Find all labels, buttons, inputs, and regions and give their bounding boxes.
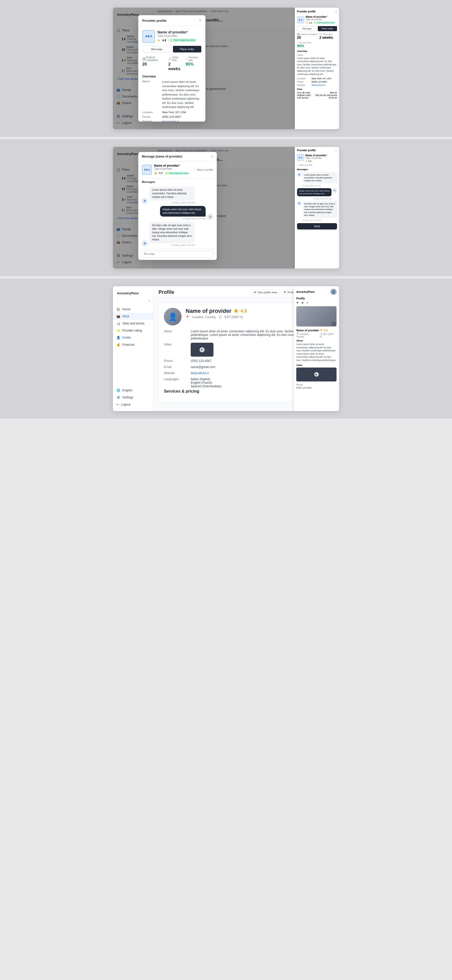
messages-modal: Message (name of provider) × 🔷 B:S Name … — [138, 152, 217, 260]
provider-type: Type of provider — [158, 34, 201, 37]
msg-modal-title: Message (name of provider) — [142, 155, 182, 158]
profile-nav-finances[interactable]: 💰 Finances — [113, 341, 153, 348]
messages-area: B Lorem ipsum dolor sit amet consectetur… — [138, 185, 217, 248]
side-peek-logo: B:S — [297, 16, 304, 23]
profile-side-peek: AncestryPass 👤 Profile 👁 ⚙ ↗ ✏ Name of p… — [293, 286, 339, 411]
profile-sidebar: AncestryPass « 🏠 Home 💼 Work 📊 Stats and… — [113, 286, 153, 411]
profile-nav-settings[interactable]: ⚙️ Settings — [113, 394, 153, 401]
email-value: name@gmail.com — [191, 365, 215, 369]
peek-video-thumb[interactable]: ▶ — [296, 368, 337, 382]
messages-overlay: Message (name of provider) × 🔷 B:S Name … — [113, 147, 339, 269]
profile-nav-work[interactable]: 💼 Work — [113, 313, 153, 320]
mini-msg-1: B Lorem ipsum dolor sit amet consectetur… — [297, 172, 337, 183]
provider-info: Name of provider* Type of provider ★ 4.9… — [158, 30, 201, 42]
profile-page-title: Profile — [159, 289, 174, 295]
overview-title: Overview — [142, 75, 201, 78]
about-text: Lorem ipsum dolor sit amet, consectetur … — [162, 80, 201, 109]
side-peek-close[interactable]: × — [335, 10, 337, 13]
side-peek-order-btn[interactable]: Place order — [318, 26, 337, 31]
side-peek-stats: 🔄 Projects completed 20 🕒 Order time 2 w… — [297, 33, 337, 48]
ordertime-stat: 🕒 Order time 2 weeks — [168, 56, 182, 71]
rating-number: 4.0 — [240, 309, 247, 314]
side-peek-actions: Message Place order — [297, 26, 337, 31]
provider-avatar-large: 👤 — [164, 308, 181, 326]
see-public-view-button[interactable]: 👁 See public view — [251, 290, 279, 295]
modal-header: Provider profile × — [138, 15, 205, 26]
star-icon-profile: ★ — [234, 308, 239, 314]
video-thumbnail[interactable]: ▶ — [191, 343, 213, 356]
provider-name: Name of provider* — [158, 30, 201, 34]
side-peek-msg-close[interactable]: × — [335, 149, 337, 153]
msg-bubble-sent-1: Integer amet sed nunc velit massa uma el… — [160, 206, 205, 216]
side-peek-provider-row: B:S Name of provider* Type of provider ★… — [297, 16, 337, 24]
profile-app-logo: AncestryPass — [113, 289, 153, 299]
phone-value: (555) 123-4567 — [191, 359, 212, 363]
location-row: Location New York, NY, USA — [142, 111, 201, 114]
message-input[interactable] — [142, 251, 213, 258]
provider-location: 📍 Location, Country 🕒 EDT (GMT-4) — [186, 315, 247, 319]
peek-play-btn[interactable]: ▶ — [314, 372, 319, 377]
message-2: U Integer amet sed nunc velit massa uma … — [142, 206, 213, 220]
msg-time-3: 03 May, 2024, 9:50 AM — [150, 244, 195, 247]
msg-close-button[interactable]: × — [211, 154, 213, 159]
mini-msg-3: B Sit etiam odio sit eget nunc enim a od… — [297, 201, 337, 218]
success-stat: ✓ Success rate 95% — [186, 56, 201, 71]
user-avatar-peek: 👤 — [331, 289, 337, 295]
message-3: B Sit etiam odio sit eget nunc enim a od… — [142, 222, 213, 247]
msg-bubble-received-2: Sit etiam odio sit eget nunc enim a odio… — [150, 222, 195, 243]
back-to-profile-link[interactable]: ← Back to profile — [194, 169, 213, 171]
fast-response-badge: ⚡ Fast response time — [168, 38, 196, 42]
phone-row: Phone (555) 123-4567 — [142, 115, 201, 118]
peek-avatar-image: ✏ — [296, 306, 337, 326]
success-value: 95% — [186, 62, 201, 67]
website-row: Website bbspratiche.it — [142, 120, 201, 122]
modal-body: 🔷 B:S Name of provider* Type of provider… — [138, 26, 205, 122]
languages-value: Italian (Native) English (Fluent) Spanis… — [191, 377, 221, 388]
msg-time-2: 03 May, 2024, 9:47 AM — [160, 217, 205, 220]
overview-section: Overview About Lorem ipsum dolor sit ame… — [142, 75, 201, 122]
provider-profile-modal: Provider profile × 🔷 B:S Name of provide — [138, 15, 205, 122]
side-peek-send-btn[interactable]: Send — [297, 223, 337, 229]
message-button[interactable]: Message — [142, 46, 172, 52]
provider-avatar-msg-2: B — [142, 240, 148, 247]
side-peek-modal: Provider profile × B:S Name of provider*… — [295, 8, 339, 129]
profile-nav-logout[interactable]: ↩ Logout — [113, 401, 153, 408]
projects-value: 20 — [142, 62, 165, 67]
msg-time-1: 03 May, 2024, 9:45 AM — [150, 201, 195, 204]
ordertime-value: 2 weeks — [168, 62, 182, 71]
msg-provider-header: 🔷 B:S Name of provider* Type of provider… — [138, 161, 217, 178]
side-peek-msg: Provider profile × B:S Name of provider*… — [295, 147, 339, 269]
profile-nav-profile[interactable]: 👤 Profile — [113, 334, 153, 341]
peek-eye-icon[interactable]: 👁 — [296, 301, 299, 304]
peek-edit-icon[interactable]: ✏ — [332, 322, 336, 326]
modal-overlay: Provider profile × 🔷 B:S Name of provide — [113, 8, 339, 129]
modal-close-button[interactable]: × — [199, 18, 201, 23]
play-button[interactable]: ▶ — [199, 347, 205, 352]
modal-actions: Message Place order — [142, 46, 201, 52]
star-icon: ★ — [158, 38, 160, 42]
profile-nav-english[interactable]: 🌐 English — [113, 387, 153, 394]
msg-provider-logo: 🔷 B:S — [142, 165, 152, 175]
profile-nav-stats[interactable]: 📊 Stats and trends — [113, 320, 153, 327]
website-value: bbspratiche.it — [191, 371, 208, 375]
provider-header: 🔷 B:S Name of provider* Type of provider… — [142, 30, 201, 43]
provider-logo: 🔷 B:S — [142, 30, 155, 43]
side-peek-back-profile[interactable]: ← Back to profile — [297, 164, 337, 166]
side-peek-message-btn[interactable]: Message — [297, 26, 317, 31]
profile-nav-home[interactable]: 🏠 Home — [113, 306, 153, 313]
message-1: B Lorem ipsum dolor sit amet consectetur… — [142, 186, 213, 204]
profile-sidebar-collapse[interactable]: « — [113, 299, 153, 305]
peek-share-icon[interactable]: ↗ — [306, 301, 308, 304]
provider-avatar-msg: B — [142, 198, 148, 204]
msg-input-area — [138, 248, 217, 260]
about-row: About Lorem ipsum dolor sit amet, consec… — [142, 80, 201, 109]
peek-settings-icon[interactable]: ⚙ — [301, 301, 304, 304]
user-avatar-msg: U — [207, 214, 213, 220]
profile-shell: AncestryPass « 🏠 Home 💼 Work 📊 Stats and… — [113, 286, 339, 411]
profile-nav-rating[interactable]: ⭐ Provider rating — [113, 327, 153, 334]
msg-modal-header: Message (name of provider) × — [138, 152, 217, 161]
modal-title: Provider profile — [142, 19, 167, 22]
place-order-button[interactable]: Place order — [173, 46, 202, 52]
projects-stat: 🔄 Projects completed 20 — [142, 56, 165, 71]
side-peek-header: Provider profile × — [297, 10, 337, 13]
